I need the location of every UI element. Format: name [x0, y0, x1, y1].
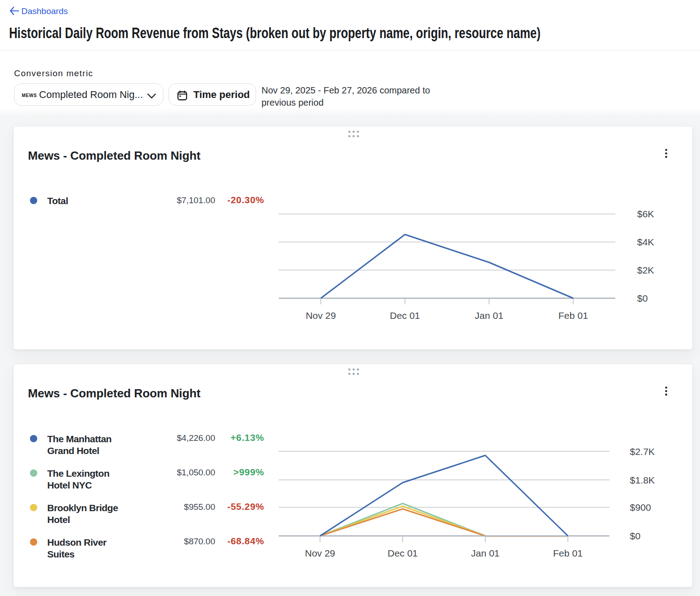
- svg-text:Dec 01: Dec 01: [390, 310, 420, 321]
- svg-text:Jan 01: Jan 01: [471, 548, 499, 558]
- svg-text:Feb 01: Feb 01: [558, 310, 588, 321]
- svg-text:Nov 29: Nov 29: [305, 548, 335, 558]
- svg-text:$2K: $2K: [637, 265, 654, 275]
- svg-text:$6K: $6K: [637, 209, 654, 219]
- svg-text:Dec 01: Dec 01: [388, 548, 418, 558]
- svg-text:$0: $0: [630, 531, 641, 541]
- svg-text:Nov 29: Nov 29: [306, 310, 336, 321]
- svg-text:$0: $0: [637, 293, 648, 303]
- svg-text:$2.7K: $2.7K: [630, 446, 655, 457]
- svg-text:Jan 01: Jan 01: [475, 310, 503, 321]
- svg-text:Feb 01: Feb 01: [553, 548, 582, 558]
- svg-text:$4K: $4K: [637, 237, 654, 247]
- svg-text:$1.8K: $1.8K: [630, 475, 655, 485]
- svg-text:$900: $900: [630, 502, 651, 513]
